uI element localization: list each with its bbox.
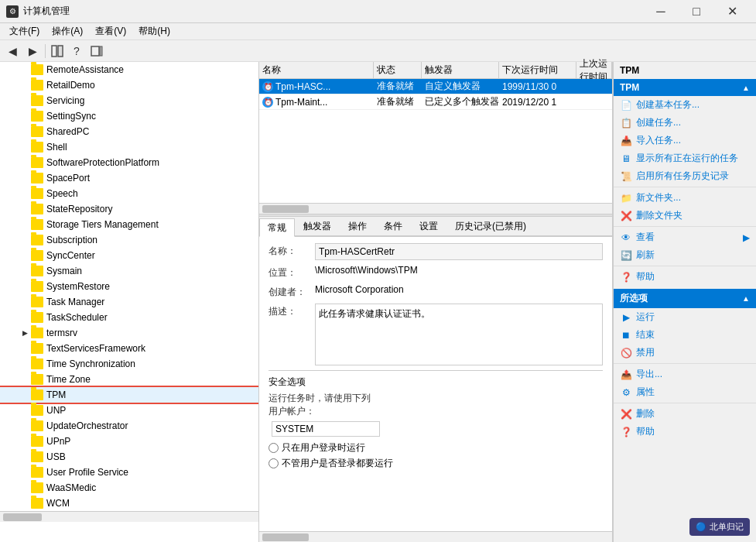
tree-item[interactable]: ▶termsrv	[0, 325, 258, 341]
tree-item[interactable]: RemoteAssistance	[0, 62, 258, 77]
action-icon: ❓	[620, 271, 632, 283]
action-item-tpm-2[interactable]: 📥导入任务...	[614, 132, 756, 149]
task-trigger-2: 已定义多个触发器	[422, 94, 499, 109]
tree-item[interactable]: UpdateOrchestrator	[0, 418, 258, 434]
action-item-tpm-1[interactable]: 📋创建任务...	[614, 114, 756, 132]
detail-desc-textarea[interactable]: 此任务请求健康认证证书。	[315, 304, 603, 365]
folder-icon	[31, 80, 43, 91]
show-hide-button[interactable]	[49, 43, 66, 60]
center-top-hscroll[interactable]	[259, 203, 612, 214]
detail-hscroll[interactable]	[259, 531, 612, 542]
action-item-tpm-0[interactable]: 📄创建基本任务...	[614, 96, 756, 114]
close-button[interactable]: ✕	[714, 0, 750, 23]
back-button[interactable]: ◀	[3, 43, 22, 60]
menu-view[interactable]: 查看(V)	[89, 23, 132, 39]
folder-icon	[31, 451, 43, 462]
tree-item[interactable]: User Profile Service	[0, 465, 258, 480]
action-item-options-0[interactable]: ▶运行	[614, 308, 756, 326]
tree-item[interactable]: SyncCenter	[0, 248, 258, 263]
tab-actions[interactable]: 操作	[340, 217, 375, 235]
tree-item[interactable]: UNP	[0, 403, 258, 418]
action-item-tpm-4[interactable]: 📜启用所有任务历史记录	[614, 167, 756, 185]
action-item-tpm-8[interactable]: 🔄刷新	[614, 246, 756, 264]
tree-item[interactable]: TPM	[0, 387, 258, 403]
action-label: 创建任务...	[636, 116, 681, 129]
tree-item[interactable]: SystemRestore	[0, 279, 258, 294]
action-item-options-4[interactable]: ⚙属性	[614, 383, 756, 401]
tree-item[interactable]: SoftwareProtectionPlatform	[0, 155, 258, 170]
folder-icon	[31, 420, 43, 431]
tab-triggers[interactable]: 触发器	[295, 217, 340, 235]
tree-item[interactable]: UPnP	[0, 434, 258, 449]
tab-general[interactable]: 常规	[259, 218, 295, 237]
tree-item[interactable]: Servicing	[0, 93, 258, 108]
action-item-tpm-9[interactable]: ❓帮助	[614, 268, 756, 286]
task-last-1	[576, 79, 612, 94]
folder-icon	[31, 126, 43, 137]
col-next-run[interactable]: 下次运行时间	[499, 62, 576, 78]
action-item-options-5[interactable]: ❌删除	[614, 405, 756, 423]
security-run-label: 运行任务时，请使用下列用户帐户：	[269, 392, 377, 418]
action-item-options-3[interactable]: 📤导出...	[614, 365, 756, 383]
tree-item[interactable]: USB	[0, 449, 258, 465]
detail-location-value: \Microsoft\Windows\TPM	[315, 265, 603, 276]
action-pane-button[interactable]	[87, 43, 106, 60]
minimize-button[interactable]: ─	[643, 0, 679, 23]
tab-conditions[interactable]: 条件	[375, 217, 411, 235]
security-account-input[interactable]	[272, 421, 380, 437]
action-item-tpm-6[interactable]: ❌删除文件夹	[614, 207, 756, 225]
tree-item[interactable]: WaaSMedic	[0, 480, 258, 496]
action-item-tpm-5[interactable]: 📁新文件夹...	[614, 189, 756, 207]
tree-item[interactable]: Sysmain	[0, 263, 258, 279]
menu-file[interactable]: 文件(F)	[3, 23, 46, 39]
detail-name-label: 名称：	[269, 243, 315, 258]
folder-icon	[31, 204, 43, 214]
tree-item[interactable]: SettingSync	[0, 108, 258, 124]
table-row[interactable]: ⏰ Tpm-Maint... 准备就绪 已定义多个触发器 2019/12/20 …	[259, 94, 612, 110]
col-trigger[interactable]: 触发器	[422, 62, 499, 78]
action-item-tpm-3[interactable]: 🖥显示所有正在运行的任务	[614, 149, 756, 167]
col-last-run[interactable]: 上次运行时间	[576, 62, 612, 78]
tab-history[interactable]: 历史记录(已禁用)	[446, 217, 535, 235]
action-item-options-6[interactable]: ❓帮助	[614, 423, 756, 441]
detail-location-row: 位置： \Microsoft\Windows\TPM	[269, 265, 603, 280]
tree-item[interactable]: WCM	[0, 496, 258, 511]
tree-item[interactable]: Task Manager	[0, 294, 258, 310]
tab-settings[interactable]: 设置	[411, 217, 446, 235]
action-icon: 🚫	[620, 347, 632, 359]
tree-item[interactable]: RetailDemo	[0, 77, 258, 93]
left-hscroll[interactable]	[0, 511, 258, 522]
action-item-options-1[interactable]: ⏹结束	[614, 326, 756, 344]
tree-item[interactable]: StateRepository	[0, 201, 258, 217]
tree-item[interactable]: Time Zone	[0, 372, 258, 387]
tree-item-label: SystemRestore	[46, 281, 110, 292]
tree-item[interactable]: Speech	[0, 186, 258, 201]
tree-item[interactable]: Shell	[0, 139, 258, 155]
help-icon[interactable]: ?	[67, 43, 86, 60]
tree-item-label: Speech	[46, 188, 78, 199]
tree-item[interactable]: SpacePort	[0, 170, 258, 186]
menu-help[interactable]: 帮助(H)	[132, 23, 176, 39]
action-icon: 📤	[620, 369, 632, 381]
action-item-tpm-7[interactable]: 👁查看▶	[614, 228, 756, 246]
col-status[interactable]: 状态	[374, 62, 422, 78]
forward-button[interactable]: ▶	[23, 43, 42, 60]
tree-item[interactable]: Subscription	[0, 232, 258, 248]
security-user-row: 运行任务时，请使用下列用户帐户：	[269, 392, 603, 418]
radio-login[interactable]	[269, 443, 279, 453]
maximize-button[interactable]: □	[679, 0, 714, 23]
table-row[interactable]: ⏰ Tpm-HASC... 准备就绪 自定义触发器 1999/11/30 0	[259, 79, 612, 94]
radio-always[interactable]	[269, 458, 279, 468]
tree-item-label: SettingSync	[46, 111, 96, 122]
tree-item[interactable]: TaskScheduler	[0, 310, 258, 325]
left-panel-tree: RemoteAssistanceRetailDemoServicingSetti…	[0, 62, 259, 542]
tree-item[interactable]: TextServicesFramework	[0, 341, 258, 356]
tree-item[interactable]: Storage Tiers Management	[0, 217, 258, 232]
col-name[interactable]: 名称	[259, 62, 374, 78]
tree-item[interactable]: Time Synchronization	[0, 356, 258, 372]
tree-item[interactable]: SharedPC	[0, 124, 258, 139]
action-item-options-2[interactable]: 🚫禁用	[614, 344, 756, 362]
menu-action[interactable]: 操作(A)	[46, 23, 89, 39]
tree-item-label: Storage Tiers Management	[46, 219, 159, 230]
detail-name-input[interactable]	[315, 243, 603, 260]
